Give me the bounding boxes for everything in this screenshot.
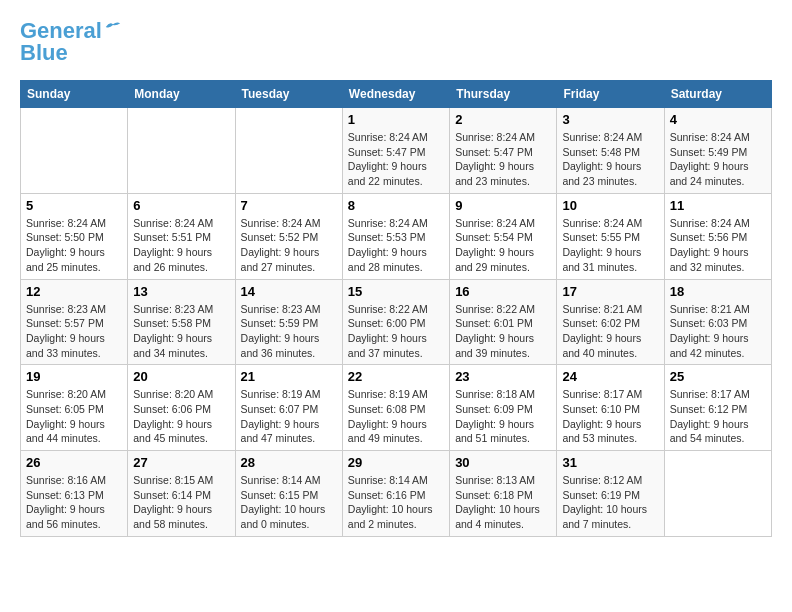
logo-bird-icon <box>104 19 122 33</box>
day-info: Sunrise: 8:17 AM Sunset: 6:12 PM Dayligh… <box>670 387 766 446</box>
day-number: 30 <box>455 455 551 470</box>
calendar-cell: 13Sunrise: 8:23 AM Sunset: 5:58 PM Dayli… <box>128 279 235 365</box>
day-info: Sunrise: 8:15 AM Sunset: 6:14 PM Dayligh… <box>133 473 229 532</box>
day-number: 14 <box>241 284 337 299</box>
day-info: Sunrise: 8:20 AM Sunset: 6:06 PM Dayligh… <box>133 387 229 446</box>
day-number: 16 <box>455 284 551 299</box>
day-number: 15 <box>348 284 444 299</box>
calendar-cell <box>128 108 235 194</box>
day-number: 20 <box>133 369 229 384</box>
calendar-cell <box>235 108 342 194</box>
logo-blue: Blue <box>20 42 68 64</box>
calendar-table: SundayMondayTuesdayWednesdayThursdayFrid… <box>20 80 772 537</box>
calendar-week-row: 5Sunrise: 8:24 AM Sunset: 5:50 PM Daylig… <box>21 193 772 279</box>
day-info: Sunrise: 8:24 AM Sunset: 5:56 PM Dayligh… <box>670 216 766 275</box>
day-number: 5 <box>26 198 122 213</box>
day-info: Sunrise: 8:14 AM Sunset: 6:16 PM Dayligh… <box>348 473 444 532</box>
day-number: 3 <box>562 112 658 127</box>
day-number: 23 <box>455 369 551 384</box>
calendar-cell: 24Sunrise: 8:17 AM Sunset: 6:10 PM Dayli… <box>557 365 664 451</box>
weekday-header: Sunday <box>21 81 128 108</box>
calendar-cell: 21Sunrise: 8:19 AM Sunset: 6:07 PM Dayli… <box>235 365 342 451</box>
day-number: 25 <box>670 369 766 384</box>
day-number: 18 <box>670 284 766 299</box>
day-info: Sunrise: 8:23 AM Sunset: 5:59 PM Dayligh… <box>241 302 337 361</box>
calendar-cell: 11Sunrise: 8:24 AM Sunset: 5:56 PM Dayli… <box>664 193 771 279</box>
day-info: Sunrise: 8:19 AM Sunset: 6:07 PM Dayligh… <box>241 387 337 446</box>
day-info: Sunrise: 8:24 AM Sunset: 5:50 PM Dayligh… <box>26 216 122 275</box>
calendar-cell: 7Sunrise: 8:24 AM Sunset: 5:52 PM Daylig… <box>235 193 342 279</box>
calendar-cell: 29Sunrise: 8:14 AM Sunset: 6:16 PM Dayli… <box>342 451 449 537</box>
calendar-cell: 26Sunrise: 8:16 AM Sunset: 6:13 PM Dayli… <box>21 451 128 537</box>
logo: General Blue <box>20 20 122 64</box>
day-number: 17 <box>562 284 658 299</box>
calendar-cell <box>21 108 128 194</box>
day-info: Sunrise: 8:17 AM Sunset: 6:10 PM Dayligh… <box>562 387 658 446</box>
day-number: 21 <box>241 369 337 384</box>
day-info: Sunrise: 8:24 AM Sunset: 5:55 PM Dayligh… <box>562 216 658 275</box>
day-number: 6 <box>133 198 229 213</box>
calendar-week-row: 1Sunrise: 8:24 AM Sunset: 5:47 PM Daylig… <box>21 108 772 194</box>
day-info: Sunrise: 8:20 AM Sunset: 6:05 PM Dayligh… <box>26 387 122 446</box>
calendar-cell: 31Sunrise: 8:12 AM Sunset: 6:19 PM Dayli… <box>557 451 664 537</box>
calendar-cell: 12Sunrise: 8:23 AM Sunset: 5:57 PM Dayli… <box>21 279 128 365</box>
calendar-cell: 8Sunrise: 8:24 AM Sunset: 5:53 PM Daylig… <box>342 193 449 279</box>
calendar-cell: 17Sunrise: 8:21 AM Sunset: 6:02 PM Dayli… <box>557 279 664 365</box>
calendar-week-row: 12Sunrise: 8:23 AM Sunset: 5:57 PM Dayli… <box>21 279 772 365</box>
day-number: 24 <box>562 369 658 384</box>
day-info: Sunrise: 8:21 AM Sunset: 6:02 PM Dayligh… <box>562 302 658 361</box>
day-number: 1 <box>348 112 444 127</box>
calendar-cell: 30Sunrise: 8:13 AM Sunset: 6:18 PM Dayli… <box>450 451 557 537</box>
day-number: 9 <box>455 198 551 213</box>
calendar-week-row: 26Sunrise: 8:16 AM Sunset: 6:13 PM Dayli… <box>21 451 772 537</box>
calendar-cell <box>664 451 771 537</box>
day-info: Sunrise: 8:13 AM Sunset: 6:18 PM Dayligh… <box>455 473 551 532</box>
day-info: Sunrise: 8:12 AM Sunset: 6:19 PM Dayligh… <box>562 473 658 532</box>
weekday-header: Friday <box>557 81 664 108</box>
calendar-cell: 27Sunrise: 8:15 AM Sunset: 6:14 PM Dayli… <box>128 451 235 537</box>
day-info: Sunrise: 8:24 AM Sunset: 5:51 PM Dayligh… <box>133 216 229 275</box>
day-info: Sunrise: 8:21 AM Sunset: 6:03 PM Dayligh… <box>670 302 766 361</box>
calendar-week-row: 19Sunrise: 8:20 AM Sunset: 6:05 PM Dayli… <box>21 365 772 451</box>
calendar-cell: 22Sunrise: 8:19 AM Sunset: 6:08 PM Dayli… <box>342 365 449 451</box>
day-info: Sunrise: 8:18 AM Sunset: 6:09 PM Dayligh… <box>455 387 551 446</box>
weekday-header: Wednesday <box>342 81 449 108</box>
calendar-cell: 25Sunrise: 8:17 AM Sunset: 6:12 PM Dayli… <box>664 365 771 451</box>
day-info: Sunrise: 8:24 AM Sunset: 5:47 PM Dayligh… <box>348 130 444 189</box>
day-info: Sunrise: 8:23 AM Sunset: 5:58 PM Dayligh… <box>133 302 229 361</box>
logo-text: General <box>20 20 102 42</box>
day-info: Sunrise: 8:22 AM Sunset: 6:00 PM Dayligh… <box>348 302 444 361</box>
calendar-cell: 20Sunrise: 8:20 AM Sunset: 6:06 PM Dayli… <box>128 365 235 451</box>
day-info: Sunrise: 8:14 AM Sunset: 6:15 PM Dayligh… <box>241 473 337 532</box>
day-number: 26 <box>26 455 122 470</box>
weekday-header: Thursday <box>450 81 557 108</box>
day-number: 31 <box>562 455 658 470</box>
day-info: Sunrise: 8:24 AM Sunset: 5:54 PM Dayligh… <box>455 216 551 275</box>
calendar-cell: 23Sunrise: 8:18 AM Sunset: 6:09 PM Dayli… <box>450 365 557 451</box>
calendar-cell: 1Sunrise: 8:24 AM Sunset: 5:47 PM Daylig… <box>342 108 449 194</box>
day-info: Sunrise: 8:23 AM Sunset: 5:57 PM Dayligh… <box>26 302 122 361</box>
day-number: 28 <box>241 455 337 470</box>
weekday-header-row: SundayMondayTuesdayWednesdayThursdayFrid… <box>21 81 772 108</box>
day-number: 27 <box>133 455 229 470</box>
calendar-cell: 16Sunrise: 8:22 AM Sunset: 6:01 PM Dayli… <box>450 279 557 365</box>
day-number: 4 <box>670 112 766 127</box>
weekday-header: Tuesday <box>235 81 342 108</box>
day-info: Sunrise: 8:19 AM Sunset: 6:08 PM Dayligh… <box>348 387 444 446</box>
day-info: Sunrise: 8:16 AM Sunset: 6:13 PM Dayligh… <box>26 473 122 532</box>
day-number: 11 <box>670 198 766 213</box>
day-number: 7 <box>241 198 337 213</box>
day-number: 8 <box>348 198 444 213</box>
day-info: Sunrise: 8:24 AM Sunset: 5:52 PM Dayligh… <box>241 216 337 275</box>
weekday-header: Saturday <box>664 81 771 108</box>
weekday-header: Monday <box>128 81 235 108</box>
day-info: Sunrise: 8:22 AM Sunset: 6:01 PM Dayligh… <box>455 302 551 361</box>
calendar-cell: 28Sunrise: 8:14 AM Sunset: 6:15 PM Dayli… <box>235 451 342 537</box>
calendar-cell: 6Sunrise: 8:24 AM Sunset: 5:51 PM Daylig… <box>128 193 235 279</box>
calendar-cell: 4Sunrise: 8:24 AM Sunset: 5:49 PM Daylig… <box>664 108 771 194</box>
calendar-cell: 5Sunrise: 8:24 AM Sunset: 5:50 PM Daylig… <box>21 193 128 279</box>
day-info: Sunrise: 8:24 AM Sunset: 5:49 PM Dayligh… <box>670 130 766 189</box>
day-number: 19 <box>26 369 122 384</box>
day-number: 13 <box>133 284 229 299</box>
day-info: Sunrise: 8:24 AM Sunset: 5:47 PM Dayligh… <box>455 130 551 189</box>
